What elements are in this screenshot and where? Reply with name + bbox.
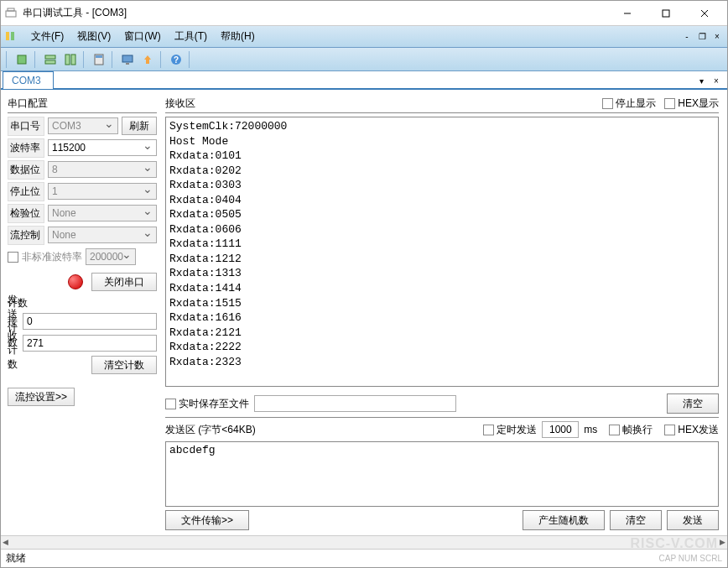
- mdi-minimize[interactable]: -: [680, 31, 694, 43]
- baud-label: 波特率: [8, 138, 44, 158]
- hex-send-checkbox[interactable]: HEX发送: [664, 423, 719, 437]
- svg-rect-6: [6, 32, 9, 40]
- svg-rect-1: [8, 8, 14, 11]
- svg-text:?: ?: [174, 55, 179, 65]
- tabbar: COM3 ▾ ×: [1, 71, 727, 90]
- hex-display-checkbox[interactable]: HEX显示: [664, 96, 719, 111]
- menu-view[interactable]: 视图(V): [70, 27, 117, 46]
- tool-tile-v-icon[interactable]: [61, 50, 80, 69]
- svg-rect-9: [45, 55, 55, 59]
- svg-rect-0: [6, 11, 16, 17]
- count-title: 计数: [8, 296, 157, 310]
- send-textarea[interactable]: [165, 441, 719, 507]
- main-area: 接收区 停止显示 HEX显示 SystemClk:72000000 Host M…: [162, 91, 725, 534]
- flow-settings-button[interactable]: 流控设置>>: [8, 388, 75, 406]
- status-indicators: CAP NUM SCRL: [659, 554, 722, 563]
- clear-count-button[interactable]: 清空计数: [91, 356, 157, 374]
- svg-rect-7: [11, 32, 14, 40]
- flow-combo[interactable]: None: [48, 227, 157, 243]
- svg-rect-10: [45, 60, 55, 64]
- stop-display-checkbox[interactable]: 停止显示: [602, 96, 656, 111]
- svg-rect-8: [18, 55, 26, 64]
- timer-unit: ms: [584, 424, 597, 435]
- timer-send-checkbox[interactable]: 定时发送: [483, 423, 537, 437]
- status-indicator-icon: [68, 274, 83, 289]
- toolbar: ?: [1, 48, 727, 71]
- stopbits-combo[interactable]: 1: [48, 183, 157, 200]
- nonstd-combo[interactable]: 200000: [86, 248, 136, 265]
- refresh-button[interactable]: 刷新: [122, 117, 157, 135]
- maximize-button[interactable]: [647, 2, 685, 25]
- save-path-field[interactable]: [254, 395, 456, 412]
- nonstd-label: 非标准波特率: [22, 250, 82, 264]
- recv-count-field[interactable]: [23, 335, 157, 352]
- tool-tile-h-icon[interactable]: [41, 50, 60, 69]
- gen-random-button[interactable]: 产生随机数: [523, 510, 605, 530]
- databits-combo[interactable]: 8: [48, 161, 157, 178]
- tab-close-icon[interactable]: ×: [710, 75, 722, 86]
- svg-rect-11: [65, 55, 70, 65]
- parity-combo[interactable]: None: [48, 205, 157, 221]
- config-title: 串口配置: [8, 95, 157, 113]
- tab-com3[interactable]: COM3: [3, 71, 54, 89]
- content-area: 串口配置 串口号 COM3 刷新 波特率 115200 数据位 8 停止位 1 …: [1, 90, 727, 535]
- horizontal-scrollbar[interactable]: [1, 535, 727, 549]
- window-title: 串口调试工具 - [COM3]: [23, 6, 608, 20]
- svg-rect-15: [122, 55, 133, 62]
- recv-clear-button[interactable]: 清空: [667, 393, 719, 414]
- port-combo[interactable]: COM3: [48, 117, 118, 134]
- send-clear-button[interactable]: 清空: [610, 510, 662, 530]
- menu-window[interactable]: 窗口(W): [117, 27, 167, 46]
- file-transfer-button[interactable]: 文件传输>>: [165, 510, 249, 530]
- menubar: 文件(F) 视图(V) 窗口(W) 工具(T) 帮助(H) - ❐ ×: [1, 26, 727, 48]
- svg-rect-3: [663, 10, 669, 17]
- nonstd-checkbox[interactable]: [8, 252, 18, 263]
- tool-calc-icon[interactable]: [90, 50, 108, 69]
- tool-new-icon[interactable]: [13, 50, 31, 69]
- menu-tool[interactable]: 工具(T): [168, 27, 214, 46]
- port-label: 串口号: [8, 117, 44, 136]
- app-window: 串口调试工具 - [COM3] 文件(F) 视图(V) 窗口(W) 工具(T) …: [0, 0, 728, 568]
- tool-monitor-icon[interactable]: [118, 50, 137, 69]
- menu-help[interactable]: 帮助(H): [214, 27, 262, 46]
- send-count-field[interactable]: [23, 313, 157, 330]
- svg-rect-14: [96, 55, 102, 58]
- close-port-button[interactable]: 关闭串口: [91, 273, 157, 291]
- minimize-button[interactable]: [608, 2, 647, 25]
- titlebar: 串口调试工具 - [COM3]: [1, 1, 727, 26]
- send-title: 发送区 (字节<64KB): [165, 423, 256, 437]
- databits-label: 数据位: [8, 160, 44, 180]
- realtime-save-checkbox[interactable]: 实时保存至文件: [165, 397, 249, 411]
- flow-label: 流控制: [8, 226, 44, 245]
- timer-value-field[interactable]: [542, 421, 579, 438]
- mdi-close[interactable]: ×: [710, 31, 724, 43]
- recv-title: 接收区: [165, 96, 195, 111]
- tool-upload-icon[interactable]: [138, 50, 157, 69]
- tool-help-icon[interactable]: ?: [167, 50, 185, 69]
- tab-dropdown-icon[interactable]: ▾: [695, 75, 707, 86]
- statusbar: 就绪 CAP NUM SCRL: [1, 549, 727, 567]
- menu-app-icon: [4, 30, 18, 44]
- recv-textarea[interactable]: SystemClk:72000000 Host Mode Rxdata:0101…: [165, 117, 719, 387]
- status-text: 就绪: [6, 551, 26, 565]
- app-icon: [4, 7, 18, 20]
- close-button[interactable]: [685, 2, 724, 25]
- parity-label: 检验位: [8, 204, 44, 223]
- wrap-checkbox[interactable]: 帧换行: [609, 423, 653, 437]
- baud-combo[interactable]: 115200: [48, 139, 157, 156]
- menu-file[interactable]: 文件(F): [24, 27, 70, 46]
- send-button[interactable]: 发送: [667, 510, 719, 530]
- mdi-restore[interactable]: ❐: [695, 31, 709, 43]
- svg-rect-16: [126, 63, 129, 65]
- svg-rect-12: [71, 55, 75, 65]
- sidebar: 串口配置 串口号 COM3 刷新 波特率 115200 数据位 8 停止位 1 …: [3, 91, 162, 534]
- stopbits-label: 停止位: [8, 182, 44, 201]
